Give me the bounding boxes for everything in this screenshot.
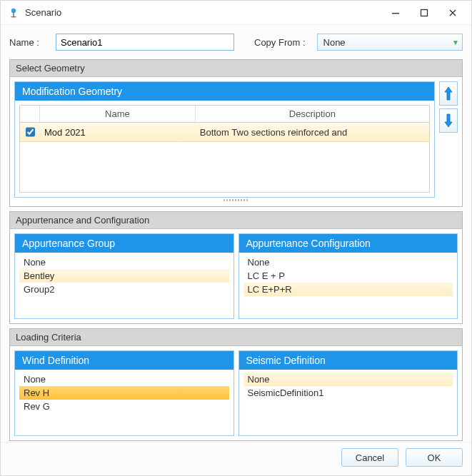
loading-criteria-title: Loading Criteria bbox=[10, 329, 462, 346]
list-item[interactable]: None bbox=[243, 255, 453, 269]
row-description: Bottom Two sections reinforced and bbox=[196, 125, 429, 140]
appurtenance-title: Appurtenance and Configuration bbox=[10, 212, 462, 229]
svg-rect-3 bbox=[392, 13, 399, 14]
appurtenance-group-panel: Appurtenance Group NoneBentleyGroup2 bbox=[14, 233, 234, 319]
row-checkbox[interactable] bbox=[26, 127, 35, 137]
row-name: Mod 2021 bbox=[40, 125, 196, 140]
list-item[interactable]: None bbox=[243, 373, 453, 386]
maximize-button[interactable] bbox=[410, 3, 438, 23]
window-title: Scenario bbox=[25, 7, 61, 18]
svg-rect-2 bbox=[11, 16, 16, 17]
titlebar: Scenario bbox=[1, 1, 471, 25]
name-input[interactable] bbox=[56, 34, 234, 51]
dialog-content: Name : Copy From : None ▼ Select Geometr… bbox=[1, 25, 471, 442]
copy-from-value: None bbox=[323, 37, 346, 48]
grid-name-header: Name bbox=[40, 106, 196, 122]
list-item[interactable]: None bbox=[19, 373, 229, 386]
list-item[interactable]: None bbox=[19, 255, 229, 269]
select-geometry-group: Select Geometry Modification Geometry Na… bbox=[9, 59, 463, 207]
seismic-definition-title: Seismic Definition bbox=[239, 351, 458, 370]
appurtenance-group: Appurtenance and Configuration Appurtena… bbox=[9, 211, 463, 324]
appurtenance-config-list[interactable]: NoneLC E + PLC E+P+R bbox=[239, 253, 458, 318]
appurtenance-group-panel-title: Appurtenance Group bbox=[15, 234, 234, 253]
list-item[interactable]: SeismicDefinition1 bbox=[243, 386, 453, 400]
modification-geometry-title: Modification Geometry bbox=[15, 82, 434, 101]
appurtenance-group-list[interactable]: NoneBentleyGroup2 bbox=[15, 253, 234, 318]
grid-empty-area bbox=[20, 142, 429, 192]
minimize-button[interactable] bbox=[381, 3, 410, 23]
ok-button[interactable]: OK bbox=[406, 448, 463, 467]
move-down-button[interactable] bbox=[439, 108, 458, 133]
modification-geometry-panel: Modification Geometry Name Description M… bbox=[14, 81, 435, 198]
seismic-definition-panel: Seismic Definition NoneSeismicDefinition… bbox=[238, 350, 458, 436]
list-item[interactable]: Group2 bbox=[19, 283, 229, 296]
loading-criteria-group: Loading Criteria Wind Definition NoneRev… bbox=[9, 328, 463, 441]
name-row: Name : Copy From : None ▼ bbox=[9, 32, 463, 55]
list-item[interactable]: LC E+P+R bbox=[243, 283, 453, 296]
select-geometry-title: Select Geometry bbox=[10, 60, 462, 77]
move-up-button[interactable] bbox=[439, 81, 458, 106]
grid-checkbox-header bbox=[20, 106, 40, 122]
svg-rect-4 bbox=[421, 9, 428, 16]
list-item[interactable]: Rev H bbox=[19, 386, 229, 400]
table-row[interactable]: Mod 2021Bottom Two sections reinforced a… bbox=[20, 123, 429, 142]
modification-geometry-grid[interactable]: Name Description Mod 2021Bottom Two sect… bbox=[19, 105, 430, 193]
group-resize-grip[interactable] bbox=[14, 198, 458, 202]
list-item[interactable]: Bentley bbox=[19, 269, 229, 283]
cancel-button[interactable]: Cancel bbox=[341, 448, 398, 467]
copy-from-label: Copy From : bbox=[254, 37, 306, 48]
reorder-buttons bbox=[439, 81, 458, 133]
svg-rect-1 bbox=[13, 12, 14, 16]
name-label: Name : bbox=[9, 37, 49, 48]
wind-definition-panel: Wind Definition NoneRev HRev G bbox=[14, 350, 234, 436]
chevron-down-icon: ▼ bbox=[452, 39, 459, 46]
grid-description-header: Description bbox=[196, 106, 429, 122]
appurtenance-config-panel: Appurtenance Configuration NoneLC E + PL… bbox=[238, 233, 458, 319]
dialog-buttons: Cancel OK bbox=[1, 442, 471, 475]
copy-from-dropdown[interactable]: None ▼ bbox=[317, 34, 463, 51]
scenario-dialog: Scenario Name : Copy From : None ▼ Selec… bbox=[0, 0, 472, 476]
list-item[interactable]: LC E + P bbox=[243, 269, 453, 283]
seismic-definition-list[interactable]: NoneSeismicDefinition1 bbox=[239, 370, 458, 435]
close-button[interactable] bbox=[438, 3, 467, 23]
app-icon bbox=[8, 7, 19, 19]
appurtenance-config-panel-title: Appurtenance Configuration bbox=[239, 234, 458, 253]
wind-definition-list[interactable]: NoneRev HRev G bbox=[15, 370, 234, 435]
wind-definition-title: Wind Definition bbox=[15, 351, 234, 370]
list-item[interactable]: Rev G bbox=[19, 400, 229, 413]
